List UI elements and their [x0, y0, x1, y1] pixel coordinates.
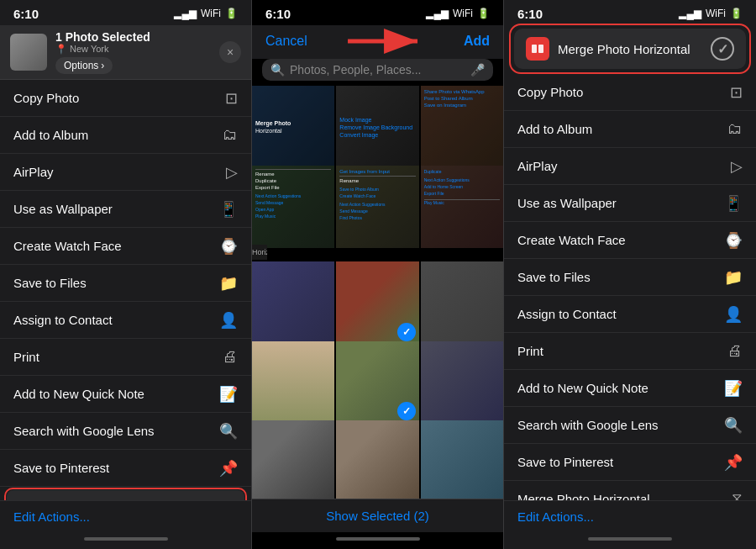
selection-badge-2: ✓	[397, 402, 416, 420]
middle-status-time: 6:10	[265, 7, 291, 21]
photo-header: 1 Photo Selected 📍 New York Options › ×	[0, 25, 251, 80]
files-icon-right: 📁	[724, 268, 743, 287]
menu-item-watch-face[interactable]: Create Watch Face ⌚	[0, 228, 251, 265]
search-lens-icon-right: 🔍	[724, 416, 743, 435]
photo-thumbnail	[10, 34, 47, 71]
close-button[interactable]: ×	[219, 41, 241, 63]
merge-icon: ⧖	[227, 499, 238, 500]
files-icon: 📁	[219, 274, 238, 293]
copy-icon: ⊡	[225, 89, 238, 108]
right-menu-item-watch-face[interactable]: Create Watch Face ⌚	[504, 222, 756, 259]
right-menu-item-copy-photo[interactable]: Copy Photo ⊡	[504, 74, 756, 111]
menu-item-pinterest[interactable]: Save to Pinterest 📌	[0, 450, 251, 487]
middle-status-icons: ▂▄▆ WiFi 🔋	[426, 8, 490, 19]
signal-icon-right: ▂▄▆	[679, 8, 701, 19]
pinterest-icon-right: 📌	[724, 453, 743, 472]
grid-cell-8[interactable]: ✓	[336, 261, 418, 344]
menu-item-add-to-album[interactable]: Add to Album 🗂	[0, 117, 251, 154]
menu-item-airplay[interactable]: AirPlay ▷	[0, 154, 251, 191]
right-menu-item-pinterest[interactable]: Save to Pinterest 📌	[504, 444, 756, 481]
airplay-icon: ▷	[226, 163, 238, 182]
wifi-icon-mid: WiFi	[453, 8, 473, 19]
svg-rect-2	[532, 45, 537, 53]
edit-actions-link[interactable]: Edit Actions...	[0, 500, 251, 532]
middle-home-bar	[252, 532, 503, 549]
show-selected-text[interactable]: Show Selected (2)	[326, 509, 429, 523]
grid-cell-9[interactable]	[421, 261, 503, 344]
battery-icon-mid: 🔋	[477, 8, 490, 19]
grid-cell-10[interactable]	[252, 341, 334, 424]
right-menu-item-save-files[interactable]: Save to Files 📁	[504, 259, 756, 296]
menu-item-quick-note[interactable]: Add to New Quick Note 📝	[0, 376, 251, 413]
middle-status-bar: 6:10 ▂▄▆ WiFi 🔋	[252, 0, 503, 25]
search-bar[interactable]: 🔍 Photos, People, Places... 🎤	[262, 59, 493, 81]
right-panel: 6:10 ▂▄▆ WiFi 🔋 Merge Photo Horizontal ✓	[504, 0, 756, 549]
options-button[interactable]: Options ›	[55, 57, 113, 74]
pinterest-icon: 📌	[219, 459, 238, 478]
photo-info: 1 Photo Selected 📍 New York Options ›	[55, 30, 213, 74]
grid-cell-13[interactable]	[252, 420, 334, 499]
left-panel: 6:10 ▂▄▆ WiFi 🔋 1 Photo Selected 📍 New Y…	[0, 0, 252, 549]
menu-item-wallpaper[interactable]: Use as Wallpaper 📱	[0, 191, 251, 228]
grid-cell-3[interactable]: Share Photo via WhatsApp Post to Shared …	[421, 86, 503, 168]
grid-cell-6[interactable]: Duplicate Next Action Suggestions Add to…	[421, 166, 503, 248]
svg-rect-3	[538, 45, 543, 53]
merge-photo-icon	[526, 37, 549, 61]
grid-cell-4[interactable]: Rename Duplicate Export File Next Action…	[252, 166, 334, 248]
watch-icon: ⌚	[219, 237, 238, 256]
cancel-button[interactable]: Cancel	[265, 34, 307, 49]
right-menu-item-print[interactable]: Print 🖨	[504, 333, 756, 370]
right-menu-item-airplay[interactable]: AirPlay ▷	[504, 148, 756, 185]
left-status-icons: ▂▄▆ WiFi 🔋	[174, 8, 238, 19]
signal-icon: ▂▄▆	[174, 8, 197, 19]
middle-panel: 6:10 ▂▄▆ WiFi 🔋 Cancel Add 🔍 Photos, Peo…	[252, 0, 504, 549]
contact-icon: 👤	[219, 311, 238, 330]
search-lens-icon: 🔍	[219, 422, 238, 441]
photo-title: 1 Photo Selected	[55, 30, 213, 44]
grid-cell-12[interactable]	[421, 341, 503, 424]
search-input[interactable]: Photos, People, Places...	[290, 63, 465, 77]
signal-icon-mid: ▂▄▆	[426, 8, 449, 19]
microphone-icon: 🎤	[470, 63, 485, 77]
menu-item-google-lens[interactable]: Search with Google Lens 🔍	[0, 413, 251, 450]
grid-cell-1[interactable]: Merge Photo Horizontal	[252, 86, 334, 168]
menu-item-copy-photo[interactable]: Copy Photo ⊡	[0, 80, 251, 117]
grid-cell-11[interactable]: ✓	[336, 341, 418, 424]
grid-cell-5[interactable]: Get Images from Input Rename Save to Pho…	[336, 166, 418, 248]
right-edit-actions-link[interactable]: Edit Actions...	[504, 500, 756, 532]
note-icon-right: 📝	[724, 379, 743, 398]
right-menu-item-assign-contact[interactable]: Assign to Contact 👤	[504, 296, 756, 333]
airplay-icon-right: ▷	[731, 157, 743, 176]
checkmark-circle: ✓	[711, 37, 734, 61]
album-icon: 🗂	[223, 126, 238, 144]
right-menu-item-wallpaper[interactable]: Use as Wallpaper 📱	[504, 185, 756, 222]
copy-icon-right: ⊡	[730, 83, 743, 102]
chevron-right-icon: ›	[101, 60, 104, 71]
add-button[interactable]: Add	[464, 34, 490, 49]
grid-cell-2[interactable]: Mock Image Remove Image Background Conve…	[336, 86, 418, 168]
home-bar-indicator-right	[588, 537, 672, 541]
right-menu-item-quick-note[interactable]: Add to New Quick Note 📝	[504, 370, 756, 407]
grid-cell-label: Horizontally Narrow	[252, 245, 267, 260]
grid-cell-7[interactable]	[252, 261, 334, 344]
menu-item-print[interactable]: Print 🖨	[0, 339, 251, 376]
merge-icon-right: ⧖	[732, 490, 743, 500]
menu-item-merge-photo[interactable]: Merge Photo Horizontal ⧖	[7, 490, 244, 500]
phone-icon: 📱	[219, 200, 238, 219]
merge-photo-label: Merge Photo Horizontal	[558, 42, 690, 56]
menu-item-assign-contact[interactable]: Assign to Contact 👤	[0, 302, 251, 339]
right-menu-list: Copy Photo ⊡ Add to Album 🗂 AirPlay ▷ Us…	[504, 74, 756, 500]
location-icon: 📍	[55, 44, 67, 54]
show-selected-bar[interactable]: Show Selected (2)	[252, 499, 503, 532]
grid-cell-15[interactable]	[421, 420, 503, 499]
right-status-icons: ▂▄▆ WiFi 🔋	[679, 8, 743, 19]
red-arrow-indicator	[314, 29, 457, 54]
right-menu-item-merge[interactable]: Merge Photo Horizontal ⧖	[504, 481, 756, 500]
right-status-bar: 6:10 ▂▄▆ WiFi 🔋	[504, 0, 756, 25]
grid-cell-14[interactable]	[336, 420, 418, 499]
right-menu-item-add-album[interactable]: Add to Album 🗂	[504, 111, 756, 148]
home-bar-indicator	[84, 537, 168, 541]
menu-item-save-files[interactable]: Save to Files 📁	[0, 265, 251, 302]
right-menu-item-google-lens[interactable]: Search with Google Lens 🔍	[504, 407, 756, 444]
battery-icon: 🔋	[225, 8, 238, 19]
